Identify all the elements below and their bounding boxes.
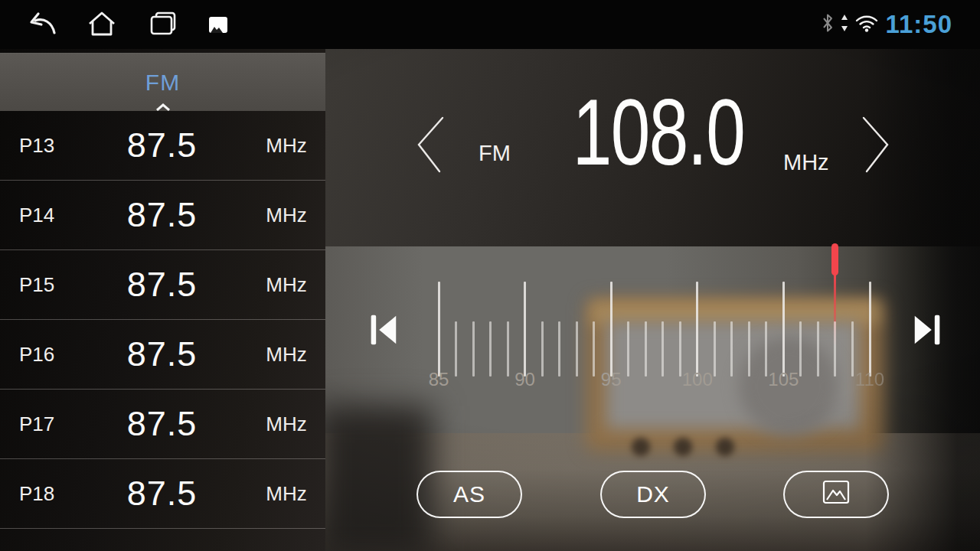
status-bar: 11:50: [0, 0, 980, 49]
preset-list: P13 87.5 MHz P14 87.5 MHz P15 87.5 MHz P…: [0, 111, 325, 529]
screenshot-icon: [209, 17, 227, 33]
auto-store-label: AS: [453, 481, 485, 507]
preset-frequency: 87.5: [77, 126, 247, 165]
back-icon: [27, 11, 57, 39]
preset-label: P16: [0, 343, 77, 367]
status-indicators: 11:50: [822, 0, 980, 49]
car-radio-app: 11:50 FM P13 87.5 MHz P14 87.5 MHz: [0, 0, 980, 551]
preset-row-p15[interactable]: P15 87.5 MHz: [0, 250, 325, 320]
preset-unit: MHz: [247, 482, 325, 506]
preset-label: P14: [0, 204, 77, 227]
gallery-icon: [822, 479, 851, 510]
dx-label: DX: [636, 481, 670, 507]
scale-label: 95: [588, 369, 634, 390]
frequency-unit: MHz: [783, 150, 829, 175]
scale-major-tick: [782, 282, 785, 377]
preset-label: P13: [0, 134, 77, 158]
preset-row-p16[interactable]: P16 87.5 MHz: [0, 320, 325, 390]
chevron-left-icon: [411, 164, 445, 175]
wifi-icon: [855, 15, 878, 35]
scale-major-tick: [869, 282, 871, 377]
preset-unit: MHz: [247, 412, 325, 436]
scale-label: 90: [502, 369, 548, 390]
preset-label: P15: [0, 273, 77, 297]
preset-label: P17: [0, 412, 77, 436]
scale-minor-tick: [489, 321, 492, 377]
preset-unit: MHz: [247, 273, 325, 297]
gallery-button[interactable]: [783, 471, 889, 518]
scale-major-tick: [524, 282, 526, 377]
recent-apps-icon: [149, 11, 178, 39]
preset-frequency: 87.5: [77, 404, 247, 444]
scale-label: 105: [760, 369, 806, 390]
scale-minor-tick: [645, 321, 647, 377]
scale-label: 100: [675, 369, 720, 390]
scale-label: 110: [847, 369, 893, 390]
chevron-right-icon: [861, 164, 895, 175]
preset-frequency: 87.5: [77, 334, 247, 374]
preset-row-p17[interactable]: P17 87.5 MHz: [0, 390, 325, 459]
bluetooth-icon: [822, 13, 834, 36]
band-label: FM: [479, 141, 511, 166]
preset-label: P18: [0, 482, 77, 506]
frequency-scale[interactable]: 859095100105110: [325, 230, 980, 413]
clock: 11:50: [885, 10, 952, 39]
preset-row-p14[interactable]: P14 87.5 MHz: [0, 181, 325, 250]
scale-label: 85: [416, 369, 462, 390]
preset-frequency: 87.5: [77, 195, 247, 235]
auto-store-button[interactable]: AS: [416, 471, 522, 518]
band-tab-fm[interactable]: FM: [0, 53, 325, 111]
scale-minor-tick: [834, 321, 836, 377]
tuner-area: FM 108.0 MHz 859095100105110: [325, 49, 980, 551]
preset-row-p13[interactable]: P13 87.5 MHz: [0, 111, 325, 181]
preset-frequency: 87.5: [77, 265, 247, 305]
tune-up-button[interactable]: [861, 116, 895, 175]
scale-major-tick: [610, 282, 612, 377]
home-icon: [87, 11, 116, 39]
data-transfer-icon: [841, 15, 848, 34]
scale-major-tick: [696, 282, 698, 377]
band-tab-label: FM: [145, 70, 180, 96]
scale-minor-tick: [730, 321, 733, 377]
seek-next-button[interactable]: [905, 308, 951, 354]
back-button[interactable]: [21, 8, 63, 41]
skip-next-icon: [910, 311, 946, 351]
scale-major-tick: [438, 282, 440, 377]
home-button[interactable]: [81, 8, 122, 41]
preset-unit: MHz: [247, 343, 325, 367]
preset-row-p18[interactable]: P18 87.5 MHz: [0, 459, 325, 529]
preset-panel: FM P13 87.5 MHz P14 87.5 MHz P15 87.5 MH: [0, 49, 325, 551]
skip-previous-icon: [365, 311, 400, 351]
chevron-up-icon: [155, 103, 171, 111]
dx-button[interactable]: DX: [600, 471, 706, 518]
preset-frequency: 87.5: [77, 474, 247, 514]
frequency-value: 108.0: [545, 86, 772, 179]
tune-down-button[interactable]: [411, 116, 445, 175]
screenshot-button[interactable]: [198, 8, 239, 41]
scale-minor-tick: [748, 321, 750, 377]
tuner-needle: [831, 243, 838, 276]
recent-apps-button[interactable]: [142, 8, 184, 41]
scale-minor-tick: [817, 321, 819, 377]
preset-unit: MHz: [247, 134, 325, 158]
scale-minor-tick: [558, 321, 560, 377]
preset-unit: MHz: [247, 204, 325, 227]
scale-minor-tick: [662, 321, 664, 377]
seek-previous-button[interactable]: [360, 308, 406, 354]
scale-minor-tick: [472, 321, 475, 377]
scale-minor-tick: [576, 321, 578, 377]
